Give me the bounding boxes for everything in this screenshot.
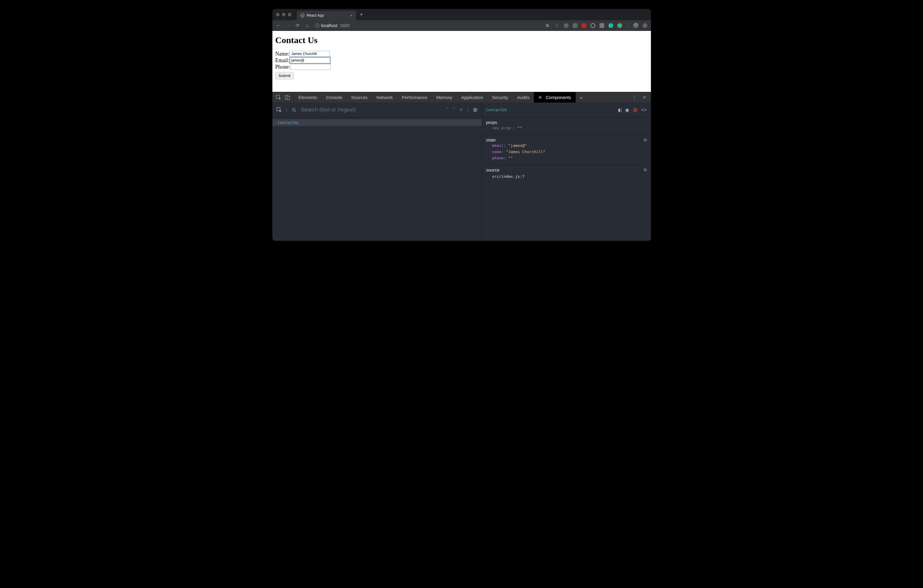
extension-icon[interactable] xyxy=(599,23,604,28)
inspect-icon[interactable] xyxy=(276,95,281,100)
zoom-icon[interactable]: ⊕ xyxy=(545,23,550,28)
state-val[interactable]: "james@" xyxy=(508,143,527,148)
phone-input[interactable] xyxy=(291,64,331,70)
props-title: props xyxy=(486,120,647,125)
source-location[interactable]: src/index.js:7 xyxy=(486,172,647,179)
select-element-icon[interactable] xyxy=(276,107,282,113)
page-content: Contact Us Name: Email: Phone: Submit xyxy=(273,31,651,92)
detail-component-name: ContactUs xyxy=(486,108,507,112)
clear-search-icon[interactable]: ✕ xyxy=(459,107,463,113)
react-icon: ⚛ xyxy=(538,95,542,100)
devtools: Elements Console Sources Network Perform… xyxy=(273,92,651,241)
new-prop-val[interactable]: "" xyxy=(518,126,522,130)
email-input[interactable] xyxy=(290,57,330,63)
submit-button[interactable]: Submit xyxy=(275,72,294,79)
component-detail-panel: ContactUs ◐ ◉ 🐞 <> props new prop : "" xyxy=(482,103,651,241)
tab-security[interactable]: Security xyxy=(488,92,512,103)
extension-icon[interactable] xyxy=(618,23,622,28)
view-source-icon[interactable]: <> xyxy=(641,107,647,113)
tab-sources[interactable]: Sources xyxy=(347,92,372,103)
tab-performance[interactable]: Performance xyxy=(397,92,432,103)
site-info-icon[interactable]: i xyxy=(315,23,319,28)
source-section: source ⧉ src/index.js:7 xyxy=(482,165,651,182)
state-title: state ⧉ xyxy=(486,137,647,142)
svg-rect-2 xyxy=(287,96,290,100)
tab-console[interactable]: Console xyxy=(322,92,347,103)
settings-icon[interactable]: ⚙ xyxy=(473,107,478,113)
copy-icon[interactable]: ⧉ xyxy=(644,137,647,142)
log-icon[interactable]: 🐞 xyxy=(632,107,638,113)
device-icon[interactable] xyxy=(285,95,290,100)
kebab-icon[interactable]: ⋮ xyxy=(632,95,637,100)
browser-window: React App × + ← → ⟳ ⌂ i localhost:3000 ⊕… xyxy=(273,9,651,241)
tab-network[interactable]: Network xyxy=(372,92,397,103)
tab-memory[interactable]: Memory xyxy=(432,92,457,103)
extension-icon[interactable] xyxy=(581,23,586,28)
email-label: Email: xyxy=(275,57,290,64)
traffic-zoom[interactable] xyxy=(288,13,291,16)
extension-icon[interactable] xyxy=(564,23,568,28)
extension-icon[interactable] xyxy=(573,23,578,28)
svg-line-5 xyxy=(295,110,296,112)
browser-toolbar: ← → ⟳ ⌂ i localhost:3000 ⊕ ☆ xyxy=(273,20,651,31)
traffic-minimize[interactable] xyxy=(282,13,286,16)
state-section: state ⧉ email: "james@" name: "James Chu… xyxy=(482,135,651,165)
component-tree-panel: | ˄ ˅ ✕ | ⚙ ContactUs xyxy=(273,103,482,241)
devtools-tabs: Elements Console Sources Network Perform… xyxy=(273,92,651,103)
tab-components-label: Components xyxy=(546,95,571,100)
tree-node-contactus[interactable]: ContactUs xyxy=(273,119,482,126)
state-key[interactable]: phone xyxy=(492,156,504,160)
tab-strip: React App × + xyxy=(273,9,651,20)
tab-components[interactable]: ⚛ Components xyxy=(534,92,575,103)
source-title: source ⧉ xyxy=(486,168,647,172)
inspect-dom-icon[interactable]: ◉ xyxy=(625,107,629,113)
state-key[interactable]: name xyxy=(492,149,501,154)
component-tree: ContactUs xyxy=(273,117,482,128)
component-search-bar: | ˄ ˅ ✕ | ⚙ xyxy=(273,103,482,117)
state-key[interactable]: email xyxy=(492,143,504,148)
profile-avatar[interactable] xyxy=(633,23,639,28)
search-icon xyxy=(291,107,297,113)
devtools-close-icon[interactable]: ✕ xyxy=(642,95,647,100)
state-val[interactable]: "" xyxy=(508,156,513,160)
url-port: :3000 xyxy=(339,23,350,28)
props-section: props new prop : "" xyxy=(482,117,651,135)
next-match-icon[interactable]: ˅ xyxy=(453,107,455,113)
url-host: localhost xyxy=(321,23,338,28)
separator xyxy=(627,23,628,28)
new-prop-key[interactable]: new prop xyxy=(492,126,511,130)
tab-elements[interactable]: Elements xyxy=(294,92,322,103)
tab-overflow[interactable]: » xyxy=(576,92,587,103)
back-icon[interactable]: ← xyxy=(276,23,281,28)
phone-label: Phone: xyxy=(275,64,290,70)
address-bar[interactable]: i localhost:3000 xyxy=(315,23,350,28)
browser-tab[interactable]: React App × xyxy=(297,11,356,20)
tab-application[interactable]: Application xyxy=(457,92,487,103)
copy-icon[interactable]: ⧉ xyxy=(644,168,647,172)
extension-icon[interactable] xyxy=(591,23,595,28)
globe-icon xyxy=(301,13,304,18)
tab-audits[interactable]: Audits xyxy=(512,92,534,103)
reload-icon[interactable]: ⟳ xyxy=(295,23,301,28)
component-search-input[interactable] xyxy=(301,107,442,113)
detail-header: ContactUs ◐ ◉ 🐞 <> xyxy=(482,103,651,117)
suspend-icon[interactable]: ◐ xyxy=(618,107,622,113)
state-val[interactable]: "James Churchill" xyxy=(506,149,545,154)
prev-match-icon[interactable]: ˄ xyxy=(446,107,448,113)
extension-icon[interactable] xyxy=(608,23,613,28)
home-icon[interactable]: ⌂ xyxy=(304,23,310,28)
tab-title: React App xyxy=(307,13,324,18)
forward-icon[interactable]: → xyxy=(286,23,291,28)
svg-point-4 xyxy=(292,108,295,111)
bookmark-icon[interactable]: ☆ xyxy=(554,23,560,28)
name-input[interactable] xyxy=(290,51,330,57)
traffic-close[interactable] xyxy=(276,13,279,16)
window-controls[interactable] xyxy=(276,13,291,16)
name-label: Name: xyxy=(275,51,290,57)
menu-icon[interactable] xyxy=(642,23,647,28)
close-tab-icon[interactable]: × xyxy=(350,13,352,18)
page-title: Contact Us xyxy=(275,35,648,45)
new-tab-button[interactable]: + xyxy=(360,11,363,18)
